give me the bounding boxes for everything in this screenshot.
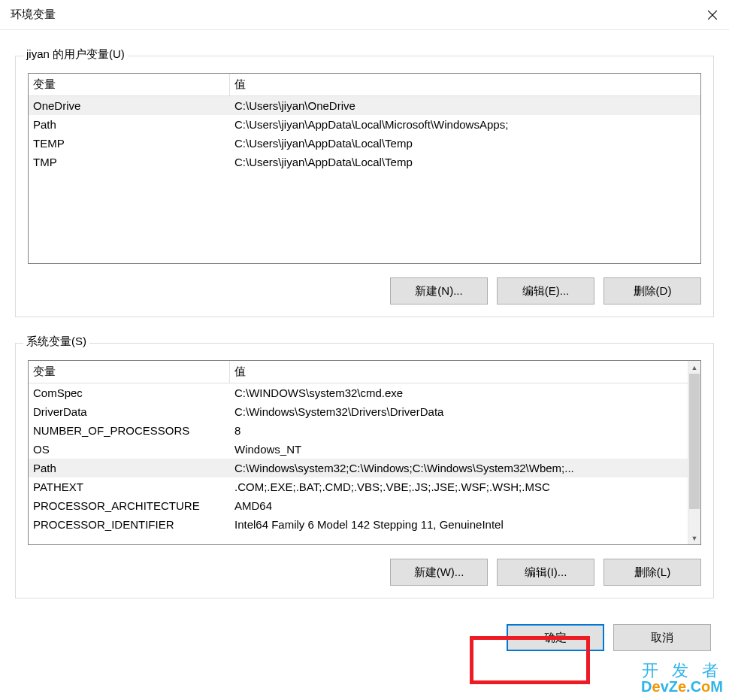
titlebar: 环境变量 — [0, 0, 729, 30]
user-delete-button[interactable]: 删除(D) — [603, 277, 701, 305]
user-edit-button[interactable]: 编辑(E)... — [497, 277, 594, 305]
column-variable[interactable]: 变量 — [29, 361, 230, 383]
column-value[interactable]: 值 — [230, 361, 700, 383]
system-variables-label: 系统变量(S) — [23, 335, 89, 349]
cell-value: C:\Windows\System32\Drivers\DriverData — [230, 402, 688, 421]
cell-value: C:\Users\jiyan\OneDrive — [230, 96, 700, 115]
user-new-button[interactable]: 新建(N)... — [390, 277, 488, 305]
table-row[interactable]: PROCESSOR_IDENTIFIERIntel64 Family 6 Mod… — [29, 515, 688, 534]
cell-variable: DriverData — [29, 402, 230, 421]
table-row[interactable]: TEMPC:\Users\jiyan\AppData\Local\Temp — [29, 134, 700, 153]
cell-value: C:\Users\jiyan\AppData\Local\Temp — [230, 134, 700, 153]
user-variables-group: jiyan 的用户变量(U) 变量 值 OneDriveC:\Users\jiy… — [15, 56, 714, 317]
scroll-down-icon[interactable]: ▼ — [688, 532, 700, 544]
table-row[interactable]: PATHEXT.COM;.EXE;.BAT;.CMD;.VBS;.VBE;.JS… — [29, 477, 688, 496]
table-row[interactable]: PathC:\Windows\system32;C:\Windows;C:\Wi… — [29, 459, 688, 477]
cell-variable: Path — [29, 459, 230, 477]
cancel-button[interactable]: 取消 — [613, 624, 711, 651]
system-buttons-row: 新建(W)... 编辑(I)... 删除(L) — [28, 559, 701, 586]
user-variables-label: jiyan 的用户变量(U) — [23, 47, 128, 62]
cell-value: 8 — [230, 421, 688, 440]
table-row[interactable]: NUMBER_OF_PROCESSORS8 — [29, 421, 688, 440]
system-delete-button[interactable]: 删除(L) — [603, 559, 701, 586]
system-edit-button[interactable]: 编辑(I)... — [497, 559, 594, 586]
system-new-button[interactable]: 新建(W)... — [390, 559, 488, 586]
close-button[interactable] — [695, 0, 729, 30]
dialog-buttons-row: 确定 取消 — [15, 624, 714, 651]
table-row[interactable]: PROCESSOR_ARCHITECTUREAMD64 — [29, 496, 688, 515]
list-header: 变量 值 — [29, 74, 700, 96]
table-row[interactable]: PathC:\Users\jiyan\AppData\Local\Microso… — [29, 115, 700, 134]
table-row[interactable]: TMPC:\Users\jiyan\AppData\Local\Temp — [29, 153, 700, 171]
cell-variable: OneDrive — [29, 96, 230, 115]
cell-value: Intel64 Family 6 Model 142 Stepping 11, … — [230, 515, 688, 534]
cell-variable: TEMP — [29, 134, 230, 153]
cell-variable: TMP — [29, 153, 230, 171]
list-header: 变量 值 — [29, 361, 700, 383]
user-buttons-row: 新建(N)... 编辑(E)... 删除(D) — [28, 277, 701, 305]
column-value[interactable]: 值 — [230, 74, 700, 96]
cell-variable: ComSpec — [29, 383, 230, 402]
watermark: 开 发 者 DevZe.CoM — [641, 662, 723, 694]
ok-button[interactable]: 确定 — [507, 624, 604, 651]
cell-variable: PATHEXT — [29, 477, 230, 496]
cell-value: .COM;.EXE;.BAT;.CMD;.VBS;.VBE;.JS;.JSE;.… — [230, 477, 688, 496]
column-variable[interactable]: 变量 — [29, 74, 230, 96]
cell-variable: Path — [29, 115, 230, 134]
cell-variable: PROCESSOR_ARCHITECTURE — [29, 496, 230, 515]
cell-value: Windows_NT — [230, 440, 688, 459]
cell-value: AMD64 — [230, 496, 688, 515]
cell-variable: OS — [29, 440, 230, 459]
dialog-content: jiyan 的用户变量(U) 变量 值 OneDriveC:\Users\jiy… — [0, 30, 729, 666]
cell-value: C:\Users\jiyan\AppData\Local\Microsoft\W… — [230, 115, 700, 134]
cell-variable: NUMBER_OF_PROCESSORS — [29, 421, 230, 440]
table-row[interactable]: DriverDataC:\Windows\System32\Drivers\Dr… — [29, 402, 688, 421]
cell-variable: PROCESSOR_IDENTIFIER — [29, 515, 230, 534]
table-row[interactable]: ComSpecC:\WINDOWS\system32\cmd.exe — [29, 383, 688, 402]
table-row[interactable]: OneDriveC:\Users\jiyan\OneDrive — [29, 96, 700, 115]
scrollbar-thumb[interactable] — [689, 374, 700, 509]
table-row[interactable]: OSWindows_NT — [29, 440, 688, 459]
system-variables-group: 系统变量(S) 变量 值 ComSpecC:\WINDOWS\system32\… — [15, 343, 714, 598]
cell-value: C:\Windows\system32;C:\Windows;C:\Window… — [230, 459, 688, 477]
system-variables-list[interactable]: 变量 值 ComSpecC:\WINDOWS\system32\cmd.exeD… — [28, 360, 701, 545]
close-icon — [708, 11, 717, 20]
user-variables-list[interactable]: 变量 值 OneDriveC:\Users\jiyan\OneDrivePath… — [28, 73, 701, 264]
scrollbar[interactable]: ▲ ▼ — [688, 361, 700, 544]
scroll-up-icon[interactable]: ▲ — [688, 361, 700, 374]
window-title: 环境变量 — [11, 8, 56, 22]
cell-value: C:\Users\jiyan\AppData\Local\Temp — [230, 153, 700, 171]
cell-value: C:\WINDOWS\system32\cmd.exe — [230, 383, 688, 402]
